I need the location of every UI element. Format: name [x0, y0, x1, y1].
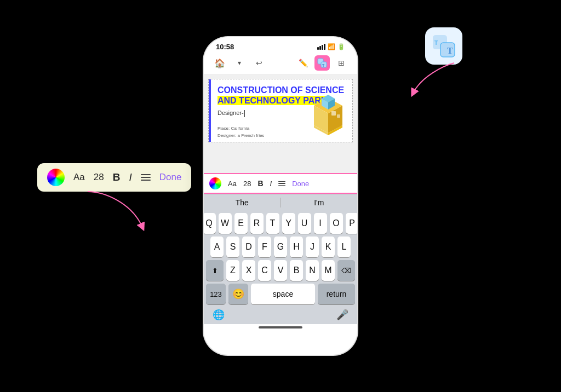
document-area: CONSTRUCTION OF SCIENCE AND TECHNOLOGY P…: [204, 74, 357, 173]
key-P[interactable]: P: [346, 213, 358, 234]
wifi-icon: 📶: [328, 43, 335, 50]
floating-italic-label[interactable]: I: [129, 171, 131, 183]
key-B[interactable]: B: [290, 260, 303, 281]
emoji-key[interactable]: 😊: [228, 284, 248, 304]
keyboard-row-3: ⬆ Z X C V B N M ⌫: [206, 260, 355, 281]
floating-align-icon[interactable]: [141, 174, 151, 181]
text-swap-icon-svg: T: [317, 58, 327, 68]
floating-toolbar: Aa 28 B I Done: [37, 163, 191, 192]
undo-icon[interactable]: ↩: [252, 56, 266, 70]
key-Y[interactable]: Y: [282, 213, 295, 234]
mic-icon[interactable]: 🎤: [336, 309, 348, 321]
key-E[interactable]: E: [234, 213, 248, 234]
key-J[interactable]: J: [306, 237, 319, 257]
key-G[interactable]: G: [274, 237, 287, 257]
key-H[interactable]: H: [290, 237, 303, 257]
status-time: 10:58: [216, 43, 234, 51]
keyboard-row-2: A S D F G H J K L: [206, 237, 355, 257]
key-U[interactable]: U: [298, 213, 311, 234]
floating-size-label[interactable]: 28: [94, 172, 104, 183]
key-I[interactable]: I: [314, 213, 327, 234]
key-Z[interactable]: Z: [226, 260, 239, 281]
predictive-bar: The I'm: [204, 194, 357, 210]
return-key[interactable]: return: [318, 284, 355, 304]
pencil-icon[interactable]: ✏️: [296, 56, 310, 70]
key-S[interactable]: S: [226, 237, 239, 257]
key-X[interactable]: X: [242, 260, 255, 281]
status-bar: 10:58 📶 🔋: [204, 37, 357, 53]
key-L[interactable]: L: [337, 237, 351, 257]
color-circle-icon[interactable]: [47, 169, 65, 186]
building-illustration: [304, 94, 352, 142]
key-N[interactable]: N: [306, 260, 319, 281]
document-card[interactable]: CONSTRUCTION OF SCIENCE AND TECHNOLOGY P…: [208, 79, 353, 142]
floating-text-tool-icon[interactable]: T T: [425, 27, 462, 65]
doc-subtitle-text: Designer-: [217, 109, 244, 116]
floating-font-label[interactable]: Aa: [73, 172, 85, 183]
globe-icon[interactable]: 🌐: [213, 309, 225, 321]
app-toolbar-left: 🏠 ▾ ↩: [213, 56, 266, 70]
key-K[interactable]: K: [322, 237, 335, 257]
key-R[interactable]: R: [250, 213, 264, 234]
home-icon[interactable]: 🏠: [213, 56, 227, 70]
floating-bold-label[interactable]: B: [113, 171, 121, 183]
in-bold-label[interactable]: B: [257, 179, 263, 188]
predictive-word1[interactable]: The: [204, 198, 280, 207]
space-key[interactable]: space: [251, 284, 315, 304]
key-T[interactable]: T: [266, 213, 279, 234]
in-font-label[interactable]: Aa: [228, 180, 237, 188]
keyboard-row-1: Q W E R T Y U I O P: [206, 213, 355, 234]
text-cursor: [244, 110, 245, 117]
key-F[interactable]: F: [258, 237, 271, 257]
crop-icon[interactable]: ⊞: [334, 56, 348, 70]
key-W[interactable]: W: [219, 213, 232, 234]
scene: Aa 28 B I Done T T: [0, 0, 561, 392]
key-C[interactable]: C: [258, 260, 271, 281]
in-align-icon[interactable]: [278, 181, 285, 186]
key-A[interactable]: A: [210, 237, 224, 257]
toolbar-arrow: [82, 186, 148, 235]
num-key[interactable]: 123: [206, 284, 226, 304]
icon-arrow: [410, 60, 460, 99]
in-size-label[interactable]: 28: [243, 180, 251, 188]
svg-text:T: T: [447, 46, 453, 55]
delete-key[interactable]: ⌫: [337, 260, 355, 281]
predictive-word2[interactable]: I'm: [281, 198, 358, 207]
chevron-down-icon[interactable]: ▾: [232, 56, 247, 70]
svg-rect-13: [331, 111, 336, 116]
signal-icon: [317, 44, 325, 50]
app-toolbar-right: ✏️ T ⊞: [296, 55, 348, 71]
key-M[interactable]: M: [322, 260, 335, 281]
key-Q[interactable]: Q: [204, 213, 216, 234]
blue-border: [209, 79, 211, 142]
svg-text:T: T: [434, 40, 438, 46]
app-toolbar: 🏠 ▾ ↩ ✏️ T ⊞: [204, 53, 357, 74]
in-phone-toolbar: Aa 28 B I Done: [204, 173, 357, 194]
keyboard-bottom-row: 123 😊 space return: [206, 284, 355, 304]
building-svg: [304, 94, 352, 142]
keyboard: Q W E R T Y U I O P A S D F G H J K: [204, 210, 357, 324]
key-V[interactable]: V: [274, 260, 287, 281]
in-done-button[interactable]: Done: [292, 180, 309, 188]
in-italic-label[interactable]: I: [270, 180, 272, 188]
status-icons: 📶 🔋: [317, 43, 345, 50]
key-O[interactable]: O: [330, 213, 343, 234]
in-color-circle-icon[interactable]: [209, 177, 221, 189]
svg-rect-14: [337, 114, 340, 118]
text-tool-svg: T T: [432, 34, 456, 58]
floating-done-button[interactable]: Done: [159, 172, 182, 183]
home-bar: [259, 326, 302, 328]
shift-key[interactable]: ⬆: [206, 260, 224, 281]
key-D[interactable]: D: [242, 237, 255, 257]
bottom-icons-row: 🌐 🎤: [206, 307, 355, 322]
phone-frame: 10:58 📶 🔋 🏠 ▾ ↩ ✏️: [204, 37, 357, 355]
text-tool-active-icon[interactable]: T: [314, 55, 330, 71]
battery-icon: 🔋: [337, 43, 345, 50]
svg-text:T: T: [322, 64, 325, 67]
